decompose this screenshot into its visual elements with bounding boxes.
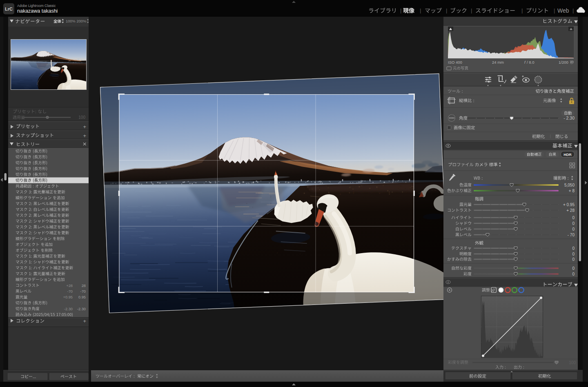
svg-text:-70: -70 (80, 289, 86, 294)
svg-text:Adobe Lightroom Classic: Adobe Lightroom Classic (17, 4, 56, 8)
svg-text:- 2.30: - 2.30 (564, 116, 575, 120)
svg-text:|: | (554, 7, 555, 13)
svg-text:|: | (400, 7, 401, 13)
svg-text:|: | (420, 7, 421, 13)
svg-text:nakazawa takashi: nakazawa takashi (17, 8, 58, 14)
svg-text:200%: 200% (77, 19, 87, 23)
svg-text:100: 100 (569, 360, 576, 365)
svg-text:0.95: 0.95 (78, 295, 86, 299)
svg-text:0: 0 (572, 272, 575, 276)
svg-text:|: | (471, 7, 472, 13)
svg-text:ISO 400: ISO 400 (448, 60, 462, 64)
svg-text:0: 0 (572, 252, 575, 256)
svg-text:/ 8.0: / 8.0 (527, 60, 535, 64)
svg-text:Web: Web (557, 7, 569, 14)
svg-text:+: + (83, 124, 86, 130)
svg-text:+ 0.95: + 0.95 (563, 202, 575, 207)
svg-text:28: 28 (82, 284, 86, 288)
svg-text:+: + (83, 318, 86, 324)
svg-text:f: f (524, 60, 526, 64)
svg-text:|: | (446, 7, 447, 13)
svg-text:+0.95: +0.95 (63, 295, 73, 299)
svg-text:- 70: - 70 (568, 233, 575, 237)
svg-text:-2.30: -2.30 (77, 307, 86, 311)
svg-text:1/200: 1/200 (559, 60, 568, 64)
svg-text:+28: +28 (66, 284, 73, 288)
svg-text:0: 0 (572, 221, 575, 226)
svg-text:HDR: HDR (564, 153, 572, 157)
svg-text:100: 100 (78, 115, 85, 120)
svg-text:0: 0 (572, 227, 575, 231)
svg-text:24 mm: 24 mm (492, 60, 504, 64)
svg-text:+: + (83, 133, 86, 139)
svg-text:0: 0 (572, 246, 575, 251)
svg-text:0: 0 (572, 266, 575, 271)
svg-text:+ 8: + 8 (569, 189, 575, 193)
svg-text:|: | (572, 7, 574, 13)
svg-text:-70: -70 (67, 289, 73, 294)
svg-text:100%: 100% (66, 19, 76, 23)
svg-text:-2.30: -2.30 (64, 307, 73, 311)
svg-text:0: 0 (572, 257, 575, 262)
svg-text:|: | (521, 7, 523, 13)
svg-text:5,050: 5,050 (564, 183, 575, 187)
svg-text:0: 0 (572, 216, 575, 220)
svg-text:LrC: LrC (5, 7, 13, 11)
svg-text:+ 28: + 28 (566, 208, 575, 213)
